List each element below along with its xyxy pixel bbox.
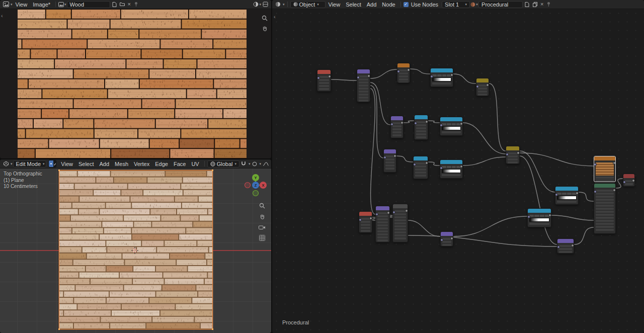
editor-type-button[interactable]: [274, 1, 282, 8]
open-image-button[interactable]: [119, 1, 126, 8]
menu-edge[interactable]: Edge: [152, 160, 171, 168]
view-name: Top Orthographic: [4, 171, 42, 178]
pan-tool-button[interactable]: [261, 24, 269, 32]
material-name-overlay: Procedural: [282, 319, 309, 325]
toolbar-toggle-icon[interactable]: ‹: [1, 13, 3, 19]
menu-image[interactable]: Image*: [30, 1, 53, 8]
zoom-tool-button[interactable]: [261, 14, 269, 22]
menu-mesh[interactable]: Mesh: [112, 160, 131, 168]
menu-add[interactable]: Add: [97, 160, 112, 168]
pin-button[interactable]: [545, 1, 552, 8]
chevron-down-icon: ▾: [64, 3, 66, 6]
menu-select[interactable]: Select: [343, 1, 364, 8]
copy-material-button[interactable]: [531, 1, 539, 8]
node-vector-2[interactable]: [390, 116, 404, 138]
menu-view[interactable]: View: [58, 160, 75, 168]
node-colorramp-4[interactable]: [527, 208, 551, 227]
use-nodes-checkbox[interactable]: ✓: [404, 2, 409, 7]
menu-uv[interactable]: UV: [189, 160, 201, 168]
menu-view[interactable]: View: [13, 1, 30, 8]
orientation-dropdown[interactable]: Global ▾: [207, 160, 239, 168]
node-body: [440, 164, 462, 178]
use-nodes-label: Use Nodes: [411, 2, 438, 8]
navigation-gizmo[interactable]: Y X Z: [243, 172, 269, 198]
falloff-button[interactable]: [262, 160, 269, 168]
proportional-edit-button[interactable]: [251, 160, 258, 168]
color-ramp-gradient[interactable]: [529, 218, 549, 222]
node-body: [391, 120, 403, 138]
browse-material-button[interactable]: ▾: [470, 1, 478, 8]
node-mix-1[interactable]: [476, 78, 489, 96]
image-options-button[interactable]: [262, 1, 269, 8]
material-name: Procedural: [481, 2, 508, 8]
vertex-handle[interactable]: [58, 328, 60, 330]
node-converter-1[interactable]: [414, 115, 428, 140]
node-texture-1[interactable]: [397, 63, 410, 83]
node-vector-3[interactable]: [383, 149, 396, 173]
material-slot-dropdown[interactable]: Slot 1 ▾: [442, 1, 470, 8]
color-ramp-gradient[interactable]: [432, 77, 451, 81]
menu-add[interactable]: Add: [364, 1, 379, 8]
image-editor-canvas[interactable]: ‹: [0, 9, 271, 158]
new-image-button[interactable]: [111, 1, 118, 8]
vertex-handle[interactable]: [58, 170, 60, 171]
vertex-select-button[interactable]: [49, 160, 53, 167]
material-name-field[interactable]: Procedural: [478, 1, 523, 8]
node-header: [555, 187, 578, 191]
ortho-toggle-button[interactable]: [258, 234, 266, 242]
node-texcoord-2[interactable]: [359, 211, 372, 233]
separator: [55, 2, 56, 7]
node-bump-2[interactable]: [557, 238, 574, 254]
browse-image-button[interactable]: ▾: [58, 1, 66, 8]
node-texture-preview[interactable]: [594, 156, 616, 182]
node-group-1[interactable]: [392, 204, 408, 242]
menu-vertex[interactable]: Vertex: [131, 160, 152, 168]
shader-editor-icon: [275, 2, 281, 7]
node-principled-bsdf[interactable]: [594, 183, 616, 234]
pin-button[interactable]: [132, 1, 140, 8]
axis-neg-x[interactable]: [245, 183, 251, 188]
node-mapping-1[interactable]: [357, 69, 370, 102]
image-name-field[interactable]: Wood: [67, 1, 110, 8]
editor-type-button[interactable]: [2, 160, 10, 168]
snap-toggle-button[interactable]: [240, 160, 248, 168]
chevron-down-icon: ▾: [317, 3, 319, 6]
pan-tool-button[interactable]: [258, 212, 266, 220]
color-ramp-gradient[interactable]: [442, 126, 461, 130]
axis-y-label: Y: [254, 176, 257, 180]
shader-type-dropdown[interactable]: Object ▾: [290, 1, 326, 8]
edge-select-button[interactable]: [53, 160, 57, 167]
mode-dropdown[interactable]: Edit Mode ▾: [13, 160, 46, 168]
magnifier-icon: [259, 203, 266, 209]
color-ramp-gradient[interactable]: [557, 196, 577, 200]
editor-type-button[interactable]: [2, 1, 10, 8]
node-mix-2[interactable]: [506, 146, 520, 164]
node-colorramp-2[interactable]: [440, 117, 463, 136]
unlink-image-button[interactable]: ×: [127, 2, 132, 7]
node-bump-1[interactable]: [440, 231, 453, 246]
node-material-output[interactable]: [623, 174, 635, 187]
wood-texture-image[interactable]: [18, 9, 247, 158]
vertex-handle[interactable]: [212, 170, 213, 171]
axis-neg-y[interactable]: [253, 191, 259, 196]
new-material-button[interactable]: [523, 1, 531, 8]
color-ramp-gradient[interactable]: [442, 169, 461, 173]
display-channels-button[interactable]: ▾: [253, 1, 261, 8]
node-colorramp-5[interactable]: [555, 186, 579, 205]
node-texcoord-1[interactable]: [317, 69, 331, 92]
viewport-canvas[interactable]: Top Orthographic (1) Plane 10 Centimeter…: [0, 169, 271, 333]
node-colorramp-1[interactable]: [430, 68, 453, 87]
node-mapping-2[interactable]: [375, 206, 390, 242]
zoom-tool-button[interactable]: [258, 202, 266, 210]
menu-select[interactable]: Select: [76, 160, 97, 168]
camera-view-button[interactable]: [258, 223, 266, 231]
node-graph-canvas[interactable]: ‹ Procedural: [272, 9, 644, 333]
vertex-handle[interactable]: [212, 328, 213, 330]
node-colorramp-3[interactable]: [440, 159, 463, 179]
node-converter-2[interactable]: [413, 156, 428, 179]
unlink-material-button[interactable]: ×: [539, 2, 544, 7]
menu-face[interactable]: Face: [171, 160, 188, 168]
menu-view[interactable]: View: [326, 1, 343, 8]
node-header: [393, 204, 408, 208]
menu-node[interactable]: Node: [379, 1, 397, 8]
